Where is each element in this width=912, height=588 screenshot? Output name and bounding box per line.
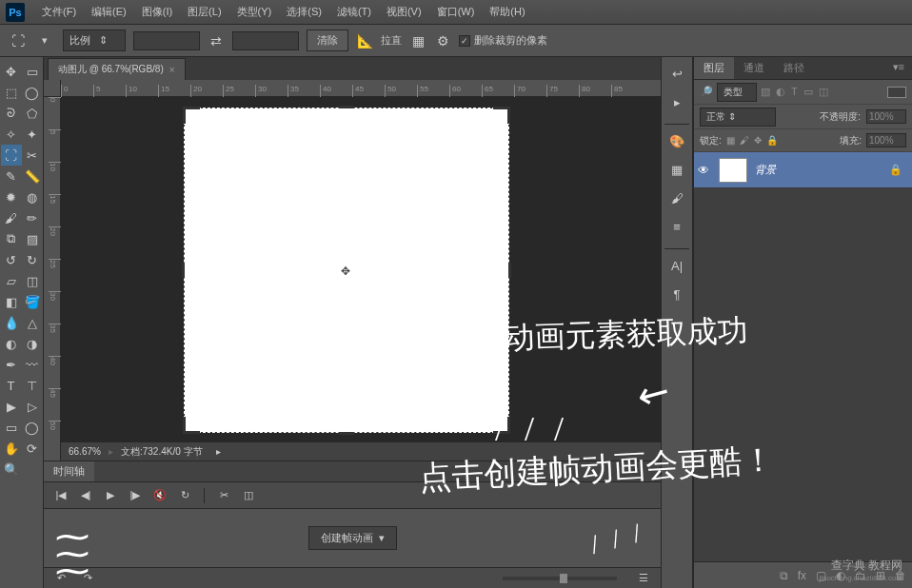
actions-panel-icon[interactable]: ▸ bbox=[666, 91, 687, 112]
timeline-menu-icon[interactable]: ☰ bbox=[634, 570, 653, 587]
play-icon[interactable]: ▶ bbox=[101, 487, 120, 504]
ruler-tool-icon[interactable]: 📏 bbox=[22, 166, 43, 186]
pattern-stamp-icon[interactable]: ▨ bbox=[22, 228, 43, 249]
history-brush-icon[interactable]: ↺ bbox=[1, 249, 22, 270]
swap-dimensions-icon[interactable]: ⇄ bbox=[208, 32, 225, 49]
sharpen-tool-icon[interactable]: △ bbox=[22, 312, 43, 333]
channels-tab[interactable]: 通道 bbox=[734, 57, 774, 79]
delete-cropped-checkbox[interactable]: ✓ 删除裁剪的像素 bbox=[459, 33, 547, 48]
vtype-tool-icon[interactable]: ⊤ bbox=[22, 375, 43, 396]
filter-toggle[interactable] bbox=[887, 87, 906, 98]
loop-icon[interactable]: ↻ bbox=[175, 487, 194, 504]
timeline-tab[interactable]: 时间轴 bbox=[44, 461, 94, 481]
eraser-tool-icon[interactable]: ▱ bbox=[1, 270, 22, 291]
paths-tab[interactable]: 路径 bbox=[774, 57, 814, 79]
layers-tab[interactable]: 图层 bbox=[694, 57, 734, 79]
character-panel-icon[interactable]: A| bbox=[666, 255, 687, 276]
bucket-tool-icon[interactable]: 🪣 bbox=[22, 291, 43, 312]
type-tool-icon[interactable]: T bbox=[1, 375, 22, 396]
crop-handle-tr[interactable] bbox=[493, 107, 510, 124]
dodge-tool-icon[interactable]: ◐ bbox=[1, 333, 22, 354]
canvas-viewport[interactable]: ✥ bbox=[61, 97, 661, 441]
eyedropper-tool-icon[interactable]: ✎ bbox=[1, 166, 22, 186]
hand-tool-icon[interactable]: ✋ bbox=[1, 438, 22, 459]
timeline-zoom-slider[interactable] bbox=[503, 577, 617, 580]
menu-type[interactable]: 类型(Y) bbox=[229, 1, 280, 23]
history-panel-icon[interactable]: ↩ bbox=[666, 63, 687, 84]
canvas[interactable]: ✥ bbox=[185, 108, 508, 432]
filter-smart-icon[interactable]: ◫ bbox=[819, 86, 828, 98]
lock-all-icon[interactable]: 🔒 bbox=[766, 135, 778, 146]
timeline-undo-icon[interactable]: ↶ bbox=[51, 570, 70, 587]
overlay-grid-icon[interactable]: ▦ bbox=[409, 32, 426, 49]
zoom-level[interactable]: 66.67% bbox=[69, 446, 101, 457]
blur-tool-icon[interactable]: 💧 bbox=[1, 312, 22, 333]
menu-file[interactable]: 文件(F) bbox=[34, 1, 84, 23]
poly-lasso-icon[interactable]: ⬠ bbox=[22, 103, 43, 124]
timeline-redo-icon[interactable]: ↷ bbox=[78, 570, 97, 587]
patch-tool-icon[interactable]: ◍ bbox=[22, 186, 43, 207]
move-tool-icon[interactable]: ✥ bbox=[1, 61, 22, 82]
layer-thumbnail[interactable] bbox=[719, 158, 747, 183]
ruler-origin[interactable] bbox=[44, 80, 61, 97]
blend-mode-select[interactable]: 正常 ⇕ bbox=[700, 108, 776, 127]
layer-name[interactable]: 背景 bbox=[755, 163, 776, 177]
filter-shape-icon[interactable]: ▭ bbox=[803, 86, 813, 98]
filter-kind-select[interactable]: 类型 bbox=[717, 83, 757, 102]
audio-mute-icon[interactable]: 🔇 bbox=[150, 487, 169, 504]
layer-row-background[interactable]: 👁 背景 🔒 bbox=[694, 152, 912, 188]
crop-handle-bl[interactable] bbox=[183, 417, 200, 434]
layer-fx-icon[interactable]: fx bbox=[798, 569, 806, 582]
zoom-tool-icon[interactable]: 🔍 bbox=[1, 459, 22, 480]
lock-pixels-icon[interactable]: 🖌 bbox=[740, 135, 749, 146]
path-select-icon[interactable]: ▶ bbox=[1, 396, 22, 417]
crop-preset-dropdown[interactable]: ▾ bbox=[34, 30, 55, 51]
spot-heal-tool-icon[interactable]: ✹ bbox=[1, 186, 22, 207]
ruler-vertical[interactable]: 05101520253035404550 bbox=[44, 97, 61, 461]
filter-pixel-icon[interactable]: ▧ bbox=[761, 86, 770, 98]
crop-handle-br[interactable] bbox=[493, 417, 510, 434]
clear-button[interactable]: 清除 bbox=[307, 29, 348, 51]
brush-tool-icon[interactable]: 🖌 bbox=[1, 207, 22, 228]
stamp-tool-icon[interactable]: ⧉ bbox=[1, 228, 22, 249]
quick-select-icon[interactable]: ✦ bbox=[22, 124, 43, 145]
lasso-tool-icon[interactable]: ᘐ bbox=[1, 103, 22, 124]
lock-transparent-icon[interactable]: ▦ bbox=[726, 135, 735, 146]
paragraph-panel-icon[interactable]: ¶ bbox=[666, 284, 687, 304]
marquee-ellipse-icon[interactable]: ◯ bbox=[22, 82, 43, 103]
menu-view[interactable]: 视图(V) bbox=[379, 1, 429, 23]
pen-tool-icon[interactable]: ✒ bbox=[1, 354, 22, 375]
brush-settings-icon[interactable]: ≡ bbox=[666, 216, 687, 237]
art-history-icon[interactable]: ↻ bbox=[22, 249, 43, 270]
next-frame-icon[interactable]: |▶ bbox=[126, 487, 145, 504]
document-tab[interactable]: 动图儿 @ 66.7%(RGB/8) × bbox=[48, 58, 186, 80]
bg-eraser-icon[interactable]: ◫ bbox=[22, 270, 43, 291]
close-tab-icon[interactable]: × bbox=[169, 65, 175, 75]
crop-height-input[interactable] bbox=[232, 31, 299, 50]
menu-filter[interactable]: 滤镜(T) bbox=[329, 1, 379, 23]
filter-type-icon[interactable]: T bbox=[791, 86, 798, 98]
rectangle-tool-icon[interactable]: ▭ bbox=[1, 417, 22, 438]
crop-handle-bm[interactable] bbox=[339, 432, 354, 435]
crop-tool-icon[interactable]: ⛶ bbox=[1, 145, 22, 166]
crop-ratio-mode-select[interactable]: 比例 ⇕ bbox=[63, 29, 126, 51]
layer-locked-icon[interactable]: 🔒 bbox=[889, 164, 902, 176]
doc-info[interactable]: 文档:732.4K/0 字节 bbox=[121, 445, 203, 459]
marquee-tool-icon[interactable]: ⬚ bbox=[1, 82, 22, 103]
freeform-pen-icon[interactable]: 〰 bbox=[22, 354, 43, 375]
opacity-input[interactable]: 100% bbox=[866, 109, 906, 124]
ellipse-tool-icon[interactable]: ◯ bbox=[22, 417, 43, 438]
fill-input[interactable]: 100% bbox=[866, 133, 906, 147]
menu-window[interactable]: 窗口(W) bbox=[429, 1, 483, 23]
create-frame-animation-button[interactable]: 创建帧动画 ▾ bbox=[308, 526, 397, 550]
transition-icon[interactable]: ◫ bbox=[239, 487, 258, 504]
crop-handle-tl[interactable] bbox=[183, 107, 200, 124]
gradient-tool-icon[interactable]: ◧ bbox=[1, 291, 22, 312]
rotate-view-icon[interactable]: ⟳ bbox=[22, 438, 43, 459]
filter-adjust-icon[interactable]: ◐ bbox=[776, 86, 785, 98]
panel-menu-icon[interactable]: ▾≡ bbox=[885, 57, 912, 79]
layer-visibility-icon[interactable]: 👁 bbox=[698, 164, 711, 177]
ruler-horizontal[interactable]: 0510152025303540455055606570758085 bbox=[61, 80, 661, 97]
crop-handle-tm[interactable] bbox=[339, 106, 354, 108]
split-clip-icon[interactable]: ✂ bbox=[214, 487, 233, 504]
